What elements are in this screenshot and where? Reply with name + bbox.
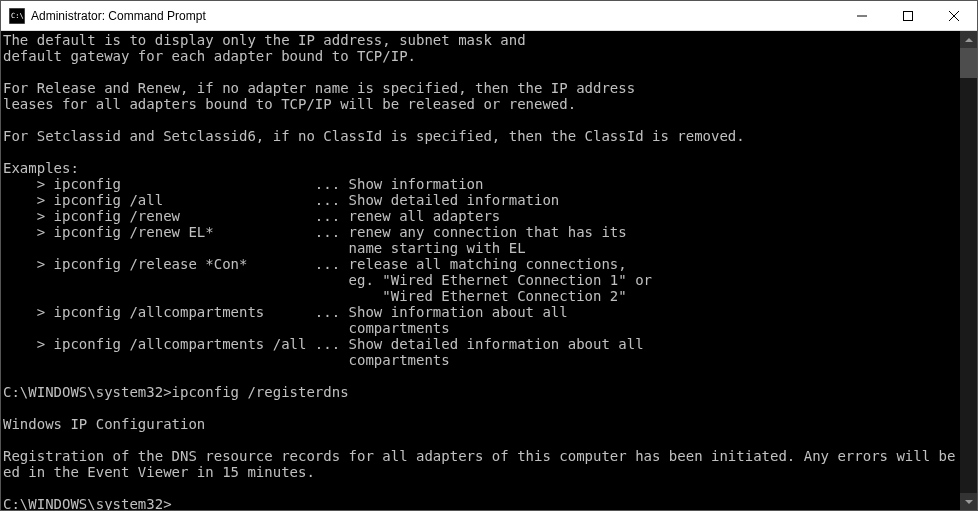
scroll-up-arrow[interactable] — [960, 31, 977, 48]
scroll-down-arrow[interactable] — [960, 493, 977, 510]
scroll-track[interactable] — [960, 48, 977, 493]
window-title: Administrator: Command Prompt — [31, 9, 839, 23]
maximize-button[interactable] — [885, 1, 931, 30]
console-area: The default is to display only the IP ad… — [1, 31, 977, 510]
svg-marker-8 — [965, 500, 973, 504]
svg-rect-4 — [904, 11, 913, 20]
cmd-icon: C:\ — [9, 8, 25, 24]
minimize-button[interactable] — [839, 1, 885, 30]
vertical-scrollbar[interactable] — [960, 31, 977, 510]
scroll-thumb[interactable] — [960, 48, 977, 78]
close-button[interactable] — [931, 1, 977, 30]
svg-marker-7 — [965, 38, 973, 42]
svg-text:C:\: C:\ — [11, 12, 24, 20]
window-titlebar: C:\ Administrator: Command Prompt — [1, 1, 977, 31]
window-controls — [839, 1, 977, 30]
console-output[interactable]: The default is to display only the IP ad… — [1, 31, 960, 510]
